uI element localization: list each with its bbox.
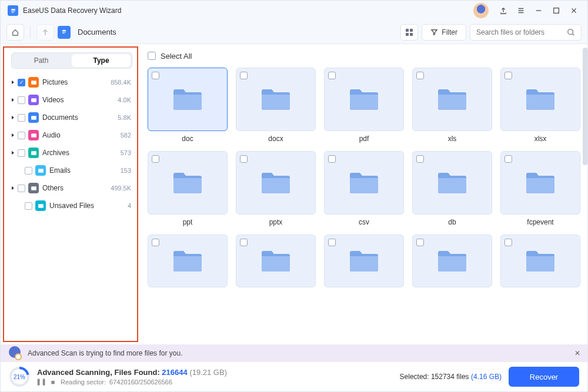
- menu-button[interactable]: [512, 3, 530, 18]
- mascot-avatar[interactable]: [473, 3, 489, 18]
- folder-checkbox[interactable]: [328, 72, 336, 79]
- svg-rect-4: [410, 33, 413, 36]
- pause-button[interactable]: ❚❚: [37, 378, 45, 386]
- sidebar-item-label: Unsaved Files: [49, 202, 128, 210]
- category-icon: [35, 165, 46, 176]
- stop-button[interactable]: ■: [49, 378, 57, 386]
- main-panel: Select All docdocxpdfxlsxlsx pptpptxcsvd…: [138, 44, 587, 344]
- svg-rect-7: [31, 98, 36, 102]
- checkbox[interactable]: [18, 132, 25, 139]
- folder-card-xls[interactable]: xls: [412, 68, 492, 143]
- folder-checkbox[interactable]: [505, 155, 512, 163]
- sidebar-tabs: Path Type: [11, 52, 132, 69]
- folder-checkbox[interactable]: [416, 239, 424, 246]
- folder-card-[interactable]: [500, 234, 580, 287]
- folder-card-fcpevent[interactable]: fcpevent: [500, 151, 580, 226]
- folder-grid-2: pptpptxcsvdbfcpevent: [148, 151, 578, 226]
- search-input[interactable]: [476, 28, 567, 36]
- sidebar-item-count: 573: [121, 149, 131, 156]
- sidebar-item-documents[interactable]: Documents 5.8K: [6, 109, 137, 126]
- home-button[interactable]: [6, 24, 24, 41]
- search-icon: [567, 28, 575, 36]
- recover-button[interactable]: Recover: [509, 367, 579, 387]
- sidebar-item-label: Others: [42, 184, 111, 192]
- maximize-button[interactable]: [547, 3, 565, 18]
- folder-checkbox[interactable]: [152, 239, 159, 246]
- sidebar-item-label: Documents: [42, 113, 118, 122]
- notice-close-icon[interactable]: ✕: [574, 349, 580, 357]
- filter-button[interactable]: Filter: [422, 24, 466, 41]
- folder-card-db[interactable]: db: [412, 151, 492, 226]
- sidebar-item-label: Archives: [42, 149, 121, 157]
- folder-checkbox[interactable]: [416, 72, 424, 79]
- svg-rect-11: [38, 169, 44, 173]
- sector-value: 67420160/250626566: [109, 378, 172, 386]
- search-box[interactable]: [470, 24, 582, 41]
- folder-checkbox[interactable]: [505, 72, 512, 79]
- folder-card-[interactable]: [324, 234, 404, 287]
- folder-card-docx[interactable]: docx: [236, 68, 316, 143]
- folder-name: fcpevent: [527, 218, 553, 226]
- select-all[interactable]: Select All: [148, 49, 578, 63]
- folder-card-doc[interactable]: doc: [148, 68, 228, 143]
- sidebar-item-others[interactable]: Others 499.5K: [6, 179, 137, 197]
- checkbox[interactable]: [18, 149, 25, 157]
- folder-checkbox[interactable]: [416, 155, 424, 163]
- folder-card-pdf[interactable]: pdf: [324, 68, 404, 143]
- sidebar-item-emails[interactable]: Emails 153: [6, 162, 137, 179]
- checkbox[interactable]: [18, 114, 25, 122]
- sidebar-item-count: 499.5K: [111, 185, 131, 192]
- checkbox[interactable]: [18, 185, 25, 192]
- folder-checkbox[interactable]: [240, 72, 248, 79]
- folder-card-[interactable]: [236, 234, 316, 287]
- folder-checkbox[interactable]: [152, 155, 159, 163]
- scan-notice: Advanced Scan is trying to find more fil…: [1, 344, 587, 362]
- minimize-button[interactable]: [530, 3, 547, 18]
- folder-name: ppt: [183, 218, 193, 226]
- tab-type[interactable]: Type: [72, 54, 131, 67]
- content: Path Type Pictures 858.4K Videos 4.0K Do…: [1, 44, 587, 344]
- scan-status: Advanced Scanning, Files Found: 216644 (…: [37, 368, 227, 386]
- category-icon: [28, 130, 39, 140]
- checkbox[interactable]: [18, 96, 25, 104]
- sidebar-item-label: Audio: [42, 131, 121, 139]
- sidebar-item-unsaved-files[interactable]: Unsaved Files 4: [6, 197, 137, 215]
- folder-checkbox[interactable]: [328, 155, 336, 163]
- category-icon: [28, 77, 39, 88]
- folder-card-xlsx[interactable]: xlsx: [500, 68, 580, 143]
- category-icon: [28, 112, 39, 123]
- folder-card-csv[interactable]: csv: [324, 151, 404, 226]
- folder-name: xls: [448, 135, 457, 143]
- scrollbar[interactable]: [583, 48, 587, 165]
- folder-checkbox[interactable]: [240, 239, 248, 246]
- folder-checkbox[interactable]: [505, 239, 512, 246]
- category-icon: [35, 200, 46, 211]
- app-title: EaseUS Data Recovery Wizard: [23, 6, 121, 15]
- tab-path[interactable]: Path: [12, 53, 71, 68]
- folder-checkbox[interactable]: [152, 72, 159, 79]
- divider: [30, 26, 31, 38]
- checkbox[interactable]: [18, 79, 25, 86]
- folder-card-[interactable]: [412, 234, 492, 287]
- sidebar-item-videos[interactable]: Videos 4.0K: [6, 91, 137, 109]
- breadcrumb[interactable]: Documents: [78, 28, 116, 36]
- checkbox[interactable]: [25, 167, 32, 175]
- up-button[interactable]: [36, 24, 54, 41]
- checkbox[interactable]: [25, 202, 32, 210]
- title-bar: EaseUS Data Recovery Wizard: [1, 1, 587, 21]
- svg-rect-10: [31, 151, 36, 155]
- grid-view-button[interactable]: [400, 24, 418, 41]
- folder-card-[interactable]: [148, 234, 228, 287]
- sidebar-item-audio[interactable]: Audio 582: [6, 126, 137, 144]
- sidebar-item-pictures[interactable]: Pictures 858.4K: [6, 73, 137, 91]
- sidebar-item-archives[interactable]: Archives 573: [6, 144, 137, 162]
- share-button[interactable]: [495, 3, 512, 18]
- folder-card-ppt[interactable]: ppt: [148, 151, 228, 226]
- folder-card-pptx[interactable]: pptx: [236, 151, 316, 226]
- close-button[interactable]: [565, 3, 583, 18]
- sidebar-item-label: Emails: [49, 166, 121, 175]
- folder-checkbox[interactable]: [240, 155, 248, 163]
- folder-name: pptx: [269, 218, 283, 226]
- folder-checkbox[interactable]: [328, 239, 336, 246]
- select-all-checkbox[interactable]: [148, 52, 156, 60]
